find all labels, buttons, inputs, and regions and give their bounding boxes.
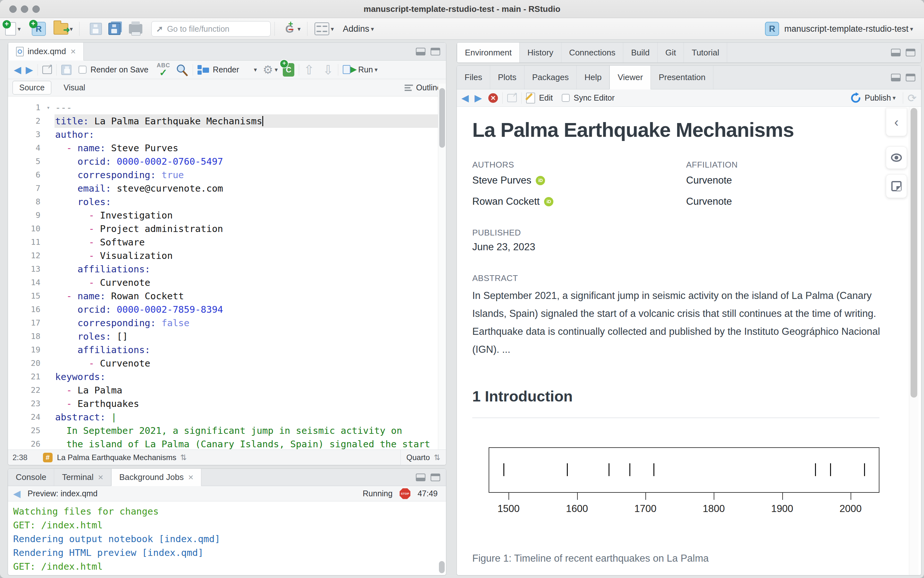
code-line[interactable]: 13 affiliations: bbox=[8, 262, 446, 276]
code-line[interactable]: 25 In September 2021, a significant jump… bbox=[8, 424, 446, 437]
goto-file-input[interactable] bbox=[167, 24, 266, 34]
viewer-forward-icon[interactable]: ▶ bbox=[475, 92, 482, 104]
viewer-scrollbar-thumb[interactable] bbox=[911, 108, 917, 398]
render-dropdown[interactable]: ▾ bbox=[254, 66, 257, 73]
code-line[interactable]: 3author: bbox=[8, 128, 446, 141]
code-line[interactable]: 18 roles: [] bbox=[8, 330, 446, 343]
forward-icon[interactable]: ▶ bbox=[26, 64, 33, 75]
tab-console[interactable]: Console bbox=[8, 469, 54, 486]
code-line[interactable]: 15 - name: Rowan Cockett bbox=[8, 289, 446, 303]
code-line[interactable]: 14 - Curvenote bbox=[8, 276, 446, 289]
maximize-pane-icon[interactable] bbox=[906, 49, 915, 57]
code-line[interactable]: 22 - La Palma bbox=[8, 383, 446, 397]
editor-scrollbar-thumb[interactable] bbox=[439, 88, 445, 148]
code-line[interactable]: 7 email: steve@curvenote.com bbox=[8, 182, 446, 195]
run-dropdown[interactable]: ▾ bbox=[374, 66, 378, 73]
code-line[interactable]: 19 affiliations: bbox=[8, 343, 446, 357]
code-line[interactable]: 2title: La Palma Earthquake Mechanisms bbox=[8, 114, 446, 128]
code-line[interactable]: 23 - Earthquakes bbox=[8, 397, 446, 411]
tab-packages[interactable]: Packages bbox=[524, 66, 577, 89]
close-tab-icon[interactable]: × bbox=[98, 472, 103, 482]
jobs-back-icon[interactable]: ◀ bbox=[13, 488, 21, 499]
sync-editor-checkbox[interactable] bbox=[562, 94, 570, 102]
open-recent-dropdown[interactable]: ▾ bbox=[70, 25, 73, 32]
new-file-icon[interactable]: + bbox=[5, 22, 16, 36]
new-file-dropdown[interactable]: ▾ bbox=[18, 25, 21, 32]
maximize-pane-icon[interactable] bbox=[906, 74, 915, 81]
orcid-icon[interactable]: iD bbox=[544, 197, 553, 206]
new-project-icon[interactable]: R+ bbox=[32, 22, 46, 36]
close-tab-icon[interactable]: × bbox=[188, 472, 193, 482]
run-button[interactable]: Run bbox=[358, 65, 373, 74]
code-line[interactable]: 21keywords: bbox=[8, 370, 446, 383]
minimize-pane-icon[interactable] bbox=[416, 48, 425, 55]
job-output[interactable]: Watching files for changesGET: /index.ht… bbox=[8, 502, 446, 573]
tab-background-jobs[interactable]: Background Jobs× bbox=[111, 469, 201, 486]
file-type-menu[interactable]: Quarto bbox=[407, 453, 430, 462]
render-button[interactable]: Render bbox=[213, 65, 239, 74]
code-line[interactable]: 1▾--- bbox=[8, 101, 446, 114]
project-menu[interactable]: manuscript-template-rstudio-test bbox=[784, 24, 908, 34]
options-dropdown[interactable]: ▾ bbox=[275, 66, 278, 73]
tab-git[interactable]: Git bbox=[657, 42, 684, 62]
maximize-pane-icon[interactable] bbox=[431, 474, 440, 481]
tab-environment[interactable]: Environment bbox=[457, 42, 520, 63]
maximize-pane-icon[interactable] bbox=[431, 48, 440, 55]
close-tab-icon[interactable]: × bbox=[70, 47, 76, 57]
console-scrollbar-thumb[interactable] bbox=[439, 561, 445, 573]
goto-file-search[interactable]: ➚ bbox=[151, 21, 271, 37]
tab-plots[interactable]: Plots bbox=[490, 66, 524, 89]
code-line[interactable]: 6 corresponding: true bbox=[8, 168, 446, 182]
render-on-save-checkbox[interactable] bbox=[78, 66, 86, 74]
tab-connections[interactable]: Connections bbox=[561, 42, 624, 62]
code-line[interactable]: 9 - Investigation bbox=[8, 209, 446, 222]
code-line[interactable]: 11 - Software bbox=[8, 235, 446, 249]
code-line[interactable]: 26 the island of La Palma (Canary Island… bbox=[8, 437, 446, 450]
orcid-icon[interactable]: iD bbox=[536, 176, 545, 185]
code-line[interactable]: 24abstract: | bbox=[8, 411, 446, 424]
open-in-new-window-icon[interactable] bbox=[42, 66, 52, 74]
code-line[interactable]: 5 orcid: 0000-0002-0760-5497 bbox=[8, 155, 446, 168]
annotation-button[interactable] bbox=[886, 174, 907, 198]
tab-terminal[interactable]: Terminal× bbox=[54, 469, 111, 486]
code-line[interactable]: 20 - Curvenote bbox=[8, 357, 446, 370]
visibility-button[interactable] bbox=[886, 146, 907, 169]
print-icon[interactable] bbox=[129, 24, 142, 34]
addins-dropdown[interactable]: ▾ bbox=[371, 25, 374, 32]
save-document-icon[interactable] bbox=[61, 65, 72, 75]
find-replace-icon[interactable] bbox=[176, 63, 188, 76]
addins-menu[interactable]: Addins bbox=[343, 24, 369, 34]
tab-help[interactable]: Help bbox=[577, 66, 610, 89]
workspace-panes-icon[interactable] bbox=[314, 23, 329, 35]
tab-index-qmd[interactable]: index.qmd × bbox=[8, 42, 84, 60]
viewer-scrollbar[interactable] bbox=[909, 107, 919, 575]
code-editor[interactable]: 1▾---2title: La Palma Earthquake Mechani… bbox=[8, 96, 446, 450]
git-commit-icon[interactable]: G+− bbox=[283, 21, 296, 36]
section-updown-icon[interactable]: ⇅ bbox=[180, 453, 187, 462]
publish-dropdown[interactable]: ▾ bbox=[893, 94, 896, 102]
code-line[interactable]: 12 - Visualization bbox=[8, 249, 446, 262]
code-line[interactable]: 10 - Project administration bbox=[8, 222, 446, 235]
panes-dropdown[interactable]: ▾ bbox=[331, 25, 334, 32]
code-line[interactable]: 4 - name: Steve Purves bbox=[8, 141, 446, 155]
tab-history[interactable]: History bbox=[520, 42, 561, 62]
run-previous-icon[interactable]: ⇧ bbox=[304, 62, 314, 77]
minimize-pane-icon[interactable] bbox=[891, 49, 901, 57]
section-jump-menu[interactable]: La Palma Earthquake Mechanisms bbox=[57, 453, 176, 462]
tab-viewer[interactable]: Viewer bbox=[610, 66, 651, 89]
tab-source[interactable]: Source bbox=[13, 81, 51, 94]
open-file-icon[interactable]: ➜ bbox=[54, 23, 68, 35]
gear-icon[interactable]: ⚙ bbox=[263, 63, 273, 76]
editor-scrollbar[interactable] bbox=[438, 84, 446, 450]
spellcheck-icon[interactable]: ABC✓ bbox=[157, 63, 171, 77]
open-in-browser-icon[interactable] bbox=[507, 94, 517, 102]
clear-viewer-icon[interactable]: ✕ bbox=[488, 93, 498, 103]
tab-build[interactable]: Build bbox=[623, 42, 657, 62]
code-line[interactable]: 17 corresponding: false bbox=[8, 316, 446, 330]
insert-chunk-icon[interactable]: C bbox=[283, 63, 294, 76]
fold-arrow-icon[interactable]: ▾ bbox=[47, 101, 50, 114]
project-dropdown[interactable]: ▾ bbox=[910, 25, 913, 32]
filetype-updown-icon[interactable]: ⇅ bbox=[434, 453, 440, 462]
minimize-pane-icon[interactable] bbox=[891, 74, 901, 81]
code-line[interactable]: 8 roles: bbox=[8, 195, 446, 209]
